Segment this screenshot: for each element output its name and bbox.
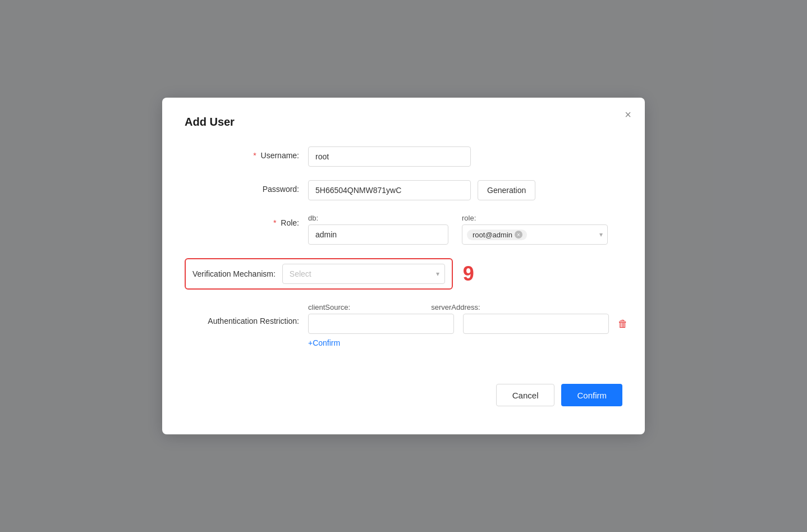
client-source-input[interactable]: [308, 314, 454, 334]
confirm-button[interactable]: Confirm: [561, 384, 622, 406]
role-inputs: db: role: root@admin × ▾: [308, 214, 608, 245]
password-row: Password: Generation: [185, 180, 622, 200]
username-required-star: *: [253, 151, 256, 160]
username-label: * Username:: [185, 146, 308, 160]
password-label: Password:: [185, 180, 308, 194]
auth-inputs-row: 🗑: [308, 314, 628, 334]
close-button[interactable]: ×: [625, 109, 631, 120]
role-chevron-icon: ▾: [599, 231, 603, 239]
modal-title: Add User: [185, 116, 622, 129]
password-input-group: Generation: [308, 180, 535, 200]
auth-restriction-group: clientSource: serverAddress: 🗑 +Confirm: [308, 303, 628, 348]
auth-sub-labels: clientSource: serverAddress:: [308, 303, 628, 311]
server-address-input[interactable]: [463, 314, 609, 334]
role-group: db: role: root@admin × ▾: [308, 214, 608, 245]
role-select-wrapper[interactable]: root@admin × ▾: [462, 224, 608, 245]
verification-mechanism-label: Verification Mechanism:: [192, 269, 276, 278]
step-number: 9: [463, 262, 474, 286]
username-row: * Username:: [185, 146, 622, 167]
verification-highlight-box: Verification Mechanism: Select SCRAM-SHA…: [185, 258, 453, 290]
server-address-label: serverAddress:: [431, 303, 480, 311]
role-tag-close-icon[interactable]: ×: [515, 231, 522, 239]
auth-restriction-row: Authentication Restriction: clientSource…: [185, 303, 622, 348]
auth-restriction-label: Authentication Restriction:: [185, 303, 308, 325]
modal-overlay: Add User × * Username: Password: Generat…: [0, 0, 807, 532]
role-label: * Role:: [185, 214, 308, 227]
username-input[interactable]: [308, 146, 471, 167]
generation-button[interactable]: Generation: [478, 180, 535, 200]
modal-footer: Cancel Confirm: [185, 375, 622, 406]
delete-restriction-icon[interactable]: 🗑: [618, 318, 628, 330]
add-confirm-link[interactable]: +Confirm: [308, 338, 340, 347]
role-tag-text: root@admin: [473, 231, 512, 239]
verification-mechanism-row: Verification Mechanism: Select SCRAM-SHA…: [185, 258, 622, 290]
password-input[interactable]: [308, 180, 471, 200]
verification-mechanism-select[interactable]: Select SCRAM-SHA-1 SCRAM-SHA-256 MONGODB…: [282, 264, 445, 284]
add-user-modal: Add User × * Username: Password: Generat…: [162, 98, 645, 434]
role-row: * Role: db: role: root@admin ×: [185, 214, 622, 245]
cancel-button[interactable]: Cancel: [496, 384, 555, 406]
role-tag: root@admin ×: [467, 230, 527, 240]
role-db-sub-label: db:: [308, 214, 448, 222]
role-db-input[interactable]: [308, 224, 448, 245]
role-role-sub-label: role:: [462, 214, 608, 222]
client-source-label: clientSource:: [308, 303, 350, 311]
role-required-star: *: [273, 218, 276, 227]
role-db-col: db:: [308, 214, 448, 245]
role-role-col: role: root@admin × ▾: [462, 214, 608, 245]
verification-select-wrapper: Select SCRAM-SHA-1 SCRAM-SHA-256 MONGODB…: [282, 264, 445, 284]
